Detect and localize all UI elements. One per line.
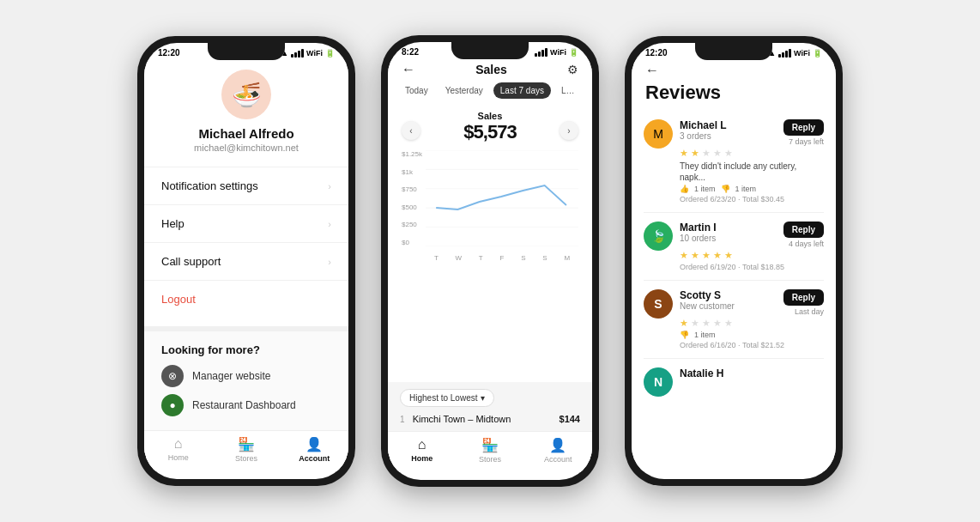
menu-help[interactable]: Help › xyxy=(144,205,348,243)
time-2: 8:22 xyxy=(402,47,419,57)
sbar3 xyxy=(541,50,544,57)
review-order-1: Ordered 6/19/20 · Total $18.85 xyxy=(680,263,824,271)
status-icons-3: ▲ WiFi 🔋 xyxy=(768,49,822,58)
status-icons-2: WiFi 🔋 xyxy=(535,48,578,57)
reply-button-0[interactable]: Reply xyxy=(783,119,824,136)
stores-section: Highest to Lowest ▾ 1 Kimchi Town – Midt… xyxy=(388,382,592,431)
account-screen: 🍜 Michael Alfredo michael@kimchitown.net… xyxy=(144,59,348,471)
back-button-2[interactable]: ← xyxy=(402,62,415,77)
s5: ★ xyxy=(724,250,733,260)
reply-col-2: Reply Last day xyxy=(783,289,824,316)
tab-last7[interactable]: Last 7 days xyxy=(493,82,551,99)
battery-icon-3: 🔋 xyxy=(813,49,822,58)
x-label-S2: S xyxy=(542,254,547,262)
s1: ★ xyxy=(680,250,688,260)
thumbs-down-count-0: 1 item xyxy=(735,185,757,193)
manager-website-item[interactable]: ⊗ Manager website xyxy=(161,365,331,387)
x-label-M: M xyxy=(564,254,570,262)
star-empty: ★ xyxy=(724,148,733,158)
review-order-2: Ordered 6/16/20 · Total $21.52 xyxy=(680,341,824,349)
reply-button-1[interactable]: Reply xyxy=(783,222,824,238)
avatar-char-2: S xyxy=(654,297,662,311)
bar2 xyxy=(294,52,297,58)
home-label-1: Home xyxy=(168,453,189,462)
s1: ★ xyxy=(680,318,688,328)
reviews-title: Reviews xyxy=(645,82,822,104)
rbar1 xyxy=(778,54,781,58)
sales-header: ← Sales ⚙ xyxy=(388,58,592,82)
s3: ★ xyxy=(702,318,711,328)
home-icon-1: ⌂ xyxy=(174,436,183,452)
sort-dropdown[interactable]: Highest to Lowest ▾ xyxy=(400,389,494,407)
chevron-icon-3: › xyxy=(328,257,331,267)
tab-last12[interactable]: Last 12 wee xyxy=(554,82,582,99)
menu-section: Notification settings › Help › Call supp… xyxy=(144,167,348,326)
s5: ★ xyxy=(724,318,733,328)
account-icon-2: 👤 xyxy=(549,437,566,453)
store-info: 1 Kimchi Town – Midtown xyxy=(400,414,511,424)
account-label-2: Account xyxy=(544,455,572,464)
looking-section: Looking for more? ⊗ Manager website ● Re… xyxy=(144,326,348,430)
chart-next-btn[interactable]: › xyxy=(560,121,578,140)
review-text-0: They didn't include any cutlery, napk... xyxy=(680,161,824,183)
y-axis-labels: $1.25k $1k $750 $500 $250 $0 xyxy=(402,150,426,246)
nav-home-1[interactable]: ⌂ Home xyxy=(144,436,212,463)
phone-account: 12:20 ▲ WiFi 🔋 🍜 Michael Alfredo xyxy=(137,36,355,486)
y-label-0: $1.25k xyxy=(402,150,426,158)
menu-logout[interactable]: Logout xyxy=(144,281,348,318)
reviewer-name-0: Michael L xyxy=(680,119,727,131)
sales-title: Sales xyxy=(475,63,507,76)
dashboard-icon: ● xyxy=(161,394,184,416)
review-item-0: M Michael L 3 orders Reply 7 days left xyxy=(644,111,824,213)
reply-button-2[interactable]: Reply xyxy=(783,289,824,306)
x-label-W: W xyxy=(456,254,463,262)
nav-stores-2[interactable]: 🏪 Stores xyxy=(456,437,523,464)
tab-yesterday[interactable]: Yesterday xyxy=(439,82,490,99)
nav-home-2[interactable]: ⌂ Home xyxy=(388,437,456,464)
signal-bars-1 xyxy=(291,49,304,58)
thumbs-down-icon-2: 👎 xyxy=(680,331,689,339)
chart-prev-btn[interactable]: ‹ xyxy=(402,121,420,140)
notch-2 xyxy=(451,42,529,59)
profile-name: Michael Alfredo xyxy=(198,126,293,141)
filter-icon[interactable]: ⚙ xyxy=(567,63,578,76)
phone-sales: 8:22 WiFi 🔋 ← Sales ⚙ Today xyxy=(381,35,599,487)
notch xyxy=(208,43,285,60)
review-item-3: N Natalie H xyxy=(644,359,824,405)
sales-screen: ← Sales ⚙ Today Yesterday Last 7 days La… xyxy=(388,58,592,472)
nav-account-1[interactable]: 👤 Account xyxy=(281,436,348,463)
restaurant-dashboard-item[interactable]: ● Restaurant Dashboard xyxy=(161,394,331,416)
avatar-image: 🍜 xyxy=(232,81,262,109)
reviewer-info-0: Michael L 3 orders xyxy=(680,119,727,141)
sales-chart-svg xyxy=(426,150,578,246)
profile-email: michael@kimchitown.net xyxy=(194,143,299,153)
stars-0: ★ ★ ★ ★ ★ xyxy=(680,148,824,159)
avatar-char-1: 🍃 xyxy=(651,229,666,243)
stars-1: ★ ★ ★ ★ ★ xyxy=(680,250,824,261)
star-empty: ★ xyxy=(713,148,722,158)
sbar1 xyxy=(535,53,537,57)
home-icon-2: ⌂ xyxy=(418,437,426,452)
thumbs-down-count-2: 1 item xyxy=(694,331,716,339)
chevron-icon-1: › xyxy=(328,181,331,191)
thumbs-up-count-0: 1 item xyxy=(694,185,716,193)
notch-3 xyxy=(695,43,772,60)
account-label-1: Account xyxy=(299,454,330,463)
store-amount-1: $144 xyxy=(560,414,580,424)
menu-notification-settings[interactable]: Notification settings › xyxy=(144,167,348,205)
menu-call-support[interactable]: Call support › xyxy=(144,243,348,281)
reply-col-0: Reply 7 days left xyxy=(783,119,824,146)
tab-today[interactable]: Today xyxy=(398,82,435,99)
time-1: 12:20 xyxy=(158,48,180,58)
reviews-header: ← Reviews xyxy=(632,59,836,111)
reply-col-1: Reply 4 days left xyxy=(783,222,824,248)
nav-account-2[interactable]: 👤 Account xyxy=(524,437,592,464)
stars-2: ★ ★ ★ ★ ★ xyxy=(680,318,824,329)
help-label: Help xyxy=(161,217,185,230)
review-votes-2: 👎 1 item xyxy=(680,331,824,339)
stores-label-2: Stores xyxy=(479,455,501,464)
avatar: 🍜 xyxy=(221,70,271,119)
reviewer-orders-2: New customer xyxy=(680,301,735,311)
nav-stores-1[interactable]: 🏪 Stores xyxy=(212,436,280,463)
back-button-3[interactable]: ← xyxy=(645,63,822,78)
